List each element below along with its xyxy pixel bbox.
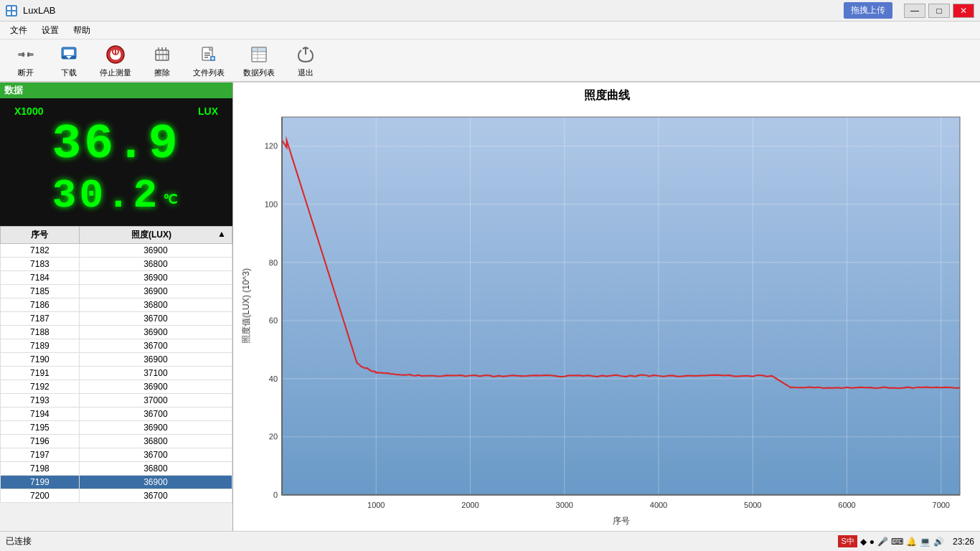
table-row[interactable]: 718736700 [1,312,232,326]
menu-file[interactable]: 文件 [3,23,34,38]
exit-label: 退出 [298,67,314,78]
table-scroll-area[interactable]: 序号 照度(LUX) ▲ 718236900718336800718436900… [0,226,232,531]
table-row[interactable]: 719137100 [1,367,232,380]
cell-lux: 36800 [79,462,232,476]
col-header-lux: 照度(LUX) ▲ [79,227,232,244]
download-label: 下载 [61,67,77,78]
table-row[interactable]: 718636800 [1,298,232,312]
cell-seq: 7185 [1,285,80,298]
lcd-display: X1000 LUX 36.9 30.2 ℃ [0,98,232,226]
statusbar: 已连接 S中 ◆ ● 🎤 ⌨ 🔔 💻 🔊 23:26 [0,531,980,551]
status-text: 已连接 [6,535,32,547]
erase-button[interactable]: 擦除 [142,42,182,79]
cell-lux: 36900 [79,353,232,367]
app-title: LuxLAB [23,5,56,16]
svg-rect-2 [7,11,11,15]
cell-seq: 7189 [1,339,80,353]
close-button[interactable]: ✕ [953,4,974,18]
cell-seq: 7187 [1,312,80,326]
monitor-icon: 💻 [920,537,930,547]
cell-seq: 7188 [1,326,80,339]
scroll-indicator: ▲ [217,229,226,239]
upload-button[interactable]: 拖拽上传 [844,2,892,19]
cell-seq: 7183 [1,258,80,271]
menu-settings[interactable]: 设置 [34,23,66,38]
table-row[interactable]: 719036900 [1,353,232,367]
cell-seq: 7198 [1,462,80,476]
svg-rect-7 [27,52,29,57]
chart-title: 照度曲线 [239,88,974,103]
table-row[interactable]: 719836800 [1,462,232,476]
cell-lux: 36700 [79,312,232,326]
col-header-seq: 序号 [1,227,80,244]
table-row[interactable]: 720036700 [1,489,232,503]
menubar: 文件 设置 帮助 [0,22,980,39]
cell-lux: 36800 [79,298,232,312]
lcd-temp-unit: ℃ [163,192,180,207]
datalist-button[interactable]: 数据列表 [235,42,283,79]
table-row[interactable]: 719236900 [1,380,232,394]
table-row[interactable]: 719636800 [1,435,232,448]
cell-lux: 37100 [79,367,232,380]
svg-rect-6 [22,52,24,57]
cell-lux: 36700 [79,489,232,503]
cell-lux: 36900 [79,244,232,258]
minimize-button[interactable]: — [904,4,925,18]
disconnect-button[interactable]: 断开 [6,42,46,79]
cell-lux: 36900 [79,476,232,489]
svg-rect-11 [64,50,74,55]
table-row[interactable]: 719337000 [1,394,232,408]
disconnect-label: 断开 [18,67,34,78]
table-row[interactable]: 719436700 [1,408,232,421]
titlebar-controls: — □ ✕ [904,4,974,18]
cell-seq: 7193 [1,394,80,408]
download-button[interactable]: 下载 [49,42,89,79]
stop-icon [104,43,127,66]
titlebar: LuxLAB 拖拽上传 — □ ✕ [0,0,980,22]
cell-lux: 36900 [79,285,232,298]
time-display: 23:26 [953,537,974,547]
menu-help[interactable]: 帮助 [66,23,98,38]
stop-button[interactable]: 停止测量 [92,42,139,79]
maximize-button[interactable]: □ [928,4,950,18]
datalist-icon [248,43,270,66]
right-panel: 照度曲线 [233,83,980,531]
data-table-container: 序号 照度(LUX) ▲ 718236900718336800718436900… [0,226,232,531]
table-row[interactable]: 718836900 [1,326,232,339]
table-row[interactable]: 719736700 [1,448,232,462]
lcd-temp-value: 30.2 [52,173,160,219]
disconnect-icon [14,43,37,66]
main-area: 数据 X1000 LUX 36.9 30.2 ℃ 序号 [0,83,980,531]
lcd-labels: X1000 LUX [11,105,222,117]
table-row[interactable]: 718336800 [1,258,232,271]
cell-seq: 7199 [1,476,80,489]
cell-seq: 7191 [1,367,80,380]
svg-rect-3 [12,11,16,15]
table-row[interactable]: 718936700 [1,339,232,353]
table-row[interactable]: 719536900 [1,421,232,435]
cell-lux: 36700 [79,408,232,421]
bell-icon: 🔔 [906,537,917,547]
cell-seq: 7182 [1,244,80,258]
lcd-label2: LUX [198,105,218,117]
cell-lux: 36800 [79,258,232,271]
cell-seq: 7200 [1,489,80,503]
table-row[interactable]: 718536900 [1,285,232,298]
table-row[interactable]: 718436900 [1,271,232,285]
table-row[interactable]: 719936900 [1,476,232,489]
cell-lux: 36800 [79,435,232,448]
ime-icon: S中 [838,535,857,547]
filelist-button[interactable]: 文件列表 [185,42,232,79]
filelist-icon [197,43,220,66]
dot-icon: ◆ [860,537,867,547]
svg-rect-35 [252,47,266,52]
data-table: 序号 照度(LUX) ▲ 718236900718336800718436900… [0,226,232,503]
cell-lux: 36700 [79,339,232,353]
erase-label: 擦除 [154,67,170,78]
cell-seq: 7195 [1,421,80,435]
stop-label: 停止测量 [100,67,131,78]
erase-icon [151,43,174,66]
exit-button[interactable]: 退出 [286,42,326,79]
cell-seq: 7190 [1,353,80,367]
table-row[interactable]: 718236900 [1,244,232,258]
